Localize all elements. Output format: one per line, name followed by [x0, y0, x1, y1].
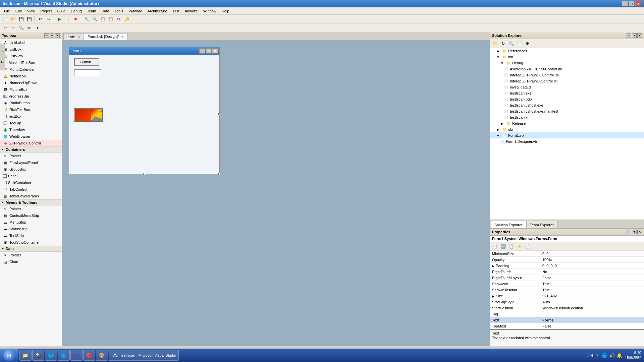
menu-file[interactable]: File: [1, 7, 13, 14]
toolbox-item-splitcontainer[interactable]: SplitContainer: [0, 179, 62, 186]
btn4[interactable]: 📋: [107, 15, 114, 23]
toolbox-item-tabcontrol[interactable]: 📑 TabControl: [0, 186, 62, 193]
sol-tb-btn3[interactable]: 🔍: [507, 40, 515, 47]
prop-dropdown[interactable]: ▼: [632, 230, 637, 234]
close-button[interactable]: ✕: [635, 1, 641, 6]
toolbox-section-data[interactable]: ▼ Data: [0, 246, 62, 252]
sol-item-axinterop[interactable]: 📄 AxInterop.ZKFPEngXControl.dll: [490, 66, 644, 72]
toolbox-item-picturebox[interactable]: 🖼 PictureBox: [0, 86, 62, 93]
toolbox-item-numericupdown[interactable]: ⬆ NumericUpDown: [0, 79, 62, 86]
tb2-btn2[interactable]: ↪: [9, 24, 17, 32]
toolbox-item-textbox[interactable]: TextBox: [0, 113, 62, 120]
menu-project[interactable]: Project: [38, 7, 54, 14]
toolbox-item-toolstrip[interactable]: ▬ ToolStrip: [0, 232, 62, 239]
sol-item-vshost[interactable]: 📄 testfscan.vshost.exe: [490, 102, 644, 108]
menu-help[interactable]: Help: [219, 7, 232, 14]
toolbox-item-progressbar[interactable]: ProgressBar: [0, 93, 62, 100]
sol-dropdown[interactable]: ▼: [632, 33, 637, 38]
toolbox-item-contextmenustrip[interactable]: ▤ ContextMenuStrip: [0, 212, 62, 219]
toolbox-item-pointer-menus[interactable]: ↖ Pointer: [0, 205, 62, 212]
toolbox-item-pointer-data[interactable]: ↖ Pointer: [0, 252, 62, 258]
menu-test[interactable]: Test: [170, 7, 182, 14]
toolbox-item-tablelayout[interactable]: ▦ TableLayoutPanel: [0, 193, 62, 199]
start-button[interactable]: ▶: [56, 15, 63, 23]
tb2-btn4[interactable]: ⇨: [25, 24, 33, 32]
toolbox-item-notifyicon[interactable]: 🔔 NotifyIcon: [0, 73, 62, 79]
form-max[interactable]: □: [206, 48, 212, 54]
menu-edit[interactable]: Edit: [13, 7, 24, 14]
sol-tb-btn5[interactable]: ⚙: [524, 40, 531, 47]
toolbox-item-pointer-containers[interactable]: ↖ Pointer: [0, 153, 62, 159]
btn5[interactable]: ⚙: [115, 15, 122, 23]
maximize-button[interactable]: □: [629, 1, 635, 6]
form-textbox1[interactable]: [74, 69, 101, 76]
menu-build[interactable]: Build: [55, 7, 68, 14]
sol-pin[interactable]: ─: [627, 33, 631, 38]
save-button[interactable]: 💾: [17, 15, 25, 23]
sol-item-interop2[interactable]: 📄 Interop.ZKFPEngXControl.dll: [490, 78, 644, 84]
sol-item-mysql[interactable]: 📄 mysql.data.dll: [490, 84, 644, 90]
taskbar-explorer-icon[interactable]: 📁: [19, 350, 32, 361]
undo-button[interactable]: ↩: [37, 15, 44, 23]
sol-item-bin[interactable]: ▼ 📁 bin: [490, 54, 644, 60]
btn3[interactable]: 📋: [99, 15, 106, 23]
tab-design[interactable]: Form1.vb [Design]* ✕: [84, 33, 127, 40]
resize-handle-right[interactable]: [218, 113, 220, 115]
toolbox-item-linklabel[interactable]: A LinkLabel: [0, 39, 62, 46]
prop-tb-pagesettings[interactable]: 📄: [524, 243, 531, 250]
sol-footer-tab-team[interactable]: Team Explorer: [526, 221, 557, 228]
clock[interactable]: 9:40 15/6/2559: [625, 350, 641, 361]
tb2-btn3[interactable]: 🔍: [17, 24, 25, 32]
toolbox-item-monthcalendar[interactable]: 📅 MonthCalendar: [0, 66, 62, 73]
toolbox-item-webbrowser[interactable]: 🌐 WebBrowser: [0, 133, 62, 140]
prop-tb-properties[interactable]: 📋: [507, 243, 515, 250]
toolbox-section-menus[interactable]: ▼ Menus & Toolbars: [0, 199, 62, 205]
tray-notification[interactable]: 🔔: [616, 353, 622, 358]
toolbox-item-tooltip[interactable]: 💬 ToolTip: [0, 120, 62, 126]
toolbox-item-listbox[interactable]: ▦ ListBox: [0, 46, 62, 53]
sol-item-debug[interactable]: ▼ 📁 Debug: [490, 60, 644, 66]
toolbox-item-richtextbox[interactable]: 📝 RichTextBox: [0, 106, 62, 113]
prop-value-minimumsize[interactable]: 0, 0: [540, 252, 644, 256]
taskbar-vs-icon[interactable]: VS: [70, 350, 83, 361]
tab-code[interactable]: 1.vb* ✕: [63, 33, 84, 40]
btn2[interactable]: 🔍: [91, 15, 98, 23]
toolbox-item-zkfpengx[interactable]: ⚙ ZKFPEngX Control: [0, 140, 62, 146]
tb2-dropdown[interactable]: ▼: [34, 24, 42, 32]
toolbox-item-panel[interactable]: Panel: [0, 173, 62, 179]
toolbox-section-containers[interactable]: ▼ Containers: [0, 146, 62, 153]
btn1[interactable]: 🔧: [83, 15, 90, 23]
toolbox-auto-hide[interactable]: ▼: [50, 33, 54, 38]
sol-tb-btn1[interactable]: 📁: [491, 40, 499, 47]
prop-tb-events[interactable]: ⚡: [516, 243, 523, 250]
sol-item-obj[interactable]: ▶ 📁 obj: [490, 126, 644, 132]
sol-item-form1vb[interactable]: ▼ 📄 Form1.vb: [490, 132, 644, 138]
toolbox-item-statusstrip[interactable]: ▬ StatusStrip: [0, 226, 62, 232]
btn6[interactable]: 🔑: [123, 15, 130, 23]
menu-analyze[interactable]: Analyze: [182, 7, 201, 14]
start-button[interactable]: ⊞: [0, 349, 18, 362]
menu-window[interactable]: Window: [201, 7, 219, 14]
toolbox-pin-button[interactable]: ─: [44, 33, 49, 38]
menu-tools[interactable]: Tools: [112, 7, 126, 14]
sol-item-interop1[interactable]: 📄 Interop.ZKFPEngX Control .dll: [490, 72, 644, 78]
new-project-button[interactable]: 📄: [1, 15, 9, 23]
prop-pin[interactable]: ─: [627, 230, 631, 234]
design-area[interactable]: Form1 ─ □ ✕ Button1: [62, 40, 490, 346]
sol-tb-btn2[interactable]: ↻: [499, 40, 507, 47]
menu-architecture[interactable]: Architecture: [145, 7, 170, 14]
menu-debug[interactable]: Debug: [68, 7, 84, 14]
menu-data[interactable]: Data: [99, 7, 112, 14]
sol-item-release[interactable]: ▶ 📁 Release: [490, 120, 644, 126]
form-button1[interactable]: Button1: [74, 58, 99, 66]
prop-tb-categorized[interactable]: 📑: [491, 243, 499, 250]
toolbox-item-flowlayoutpanel[interactable]: ▦ FlowLayoutPanel: [0, 159, 62, 166]
prop-tb-alphabetical[interactable]: 🔤: [499, 243, 507, 250]
tab-design-close[interactable]: ✕: [121, 35, 124, 39]
redo-button[interactable]: ↪: [45, 15, 52, 23]
taskbar-ps-icon[interactable]: 🔴: [83, 350, 95, 361]
open-button[interactable]: 📂: [9, 15, 17, 23]
sol-tb-btn4[interactable]: 📄: [516, 40, 523, 47]
resize-handle-br[interactable]: [218, 173, 220, 175]
toolbox-item-toolstripcontainer[interactable]: ▣ ToolStripContainer: [0, 239, 62, 246]
